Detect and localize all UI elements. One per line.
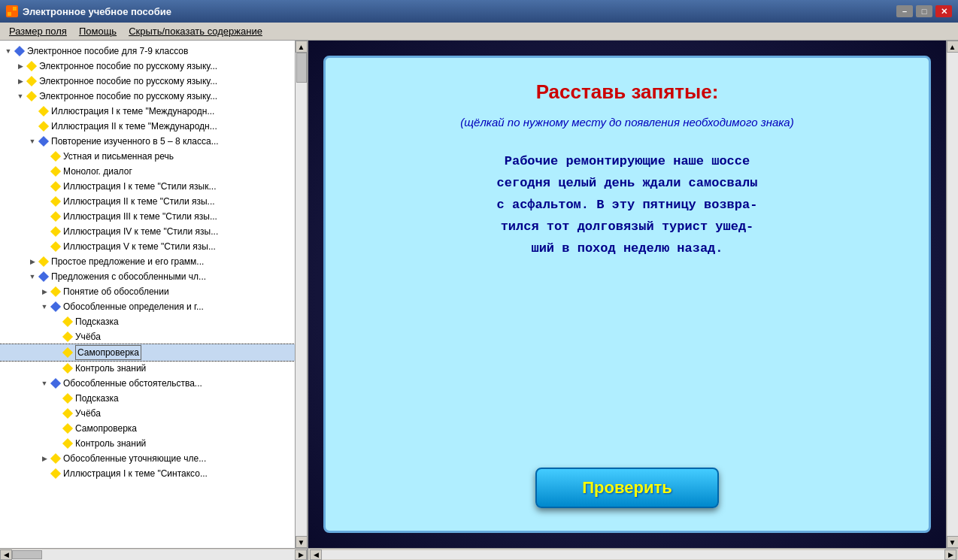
- tree-item[interactable]: Подсказка: [0, 391, 295, 406]
- expand-icon[interactable]: ▼: [39, 301, 50, 312]
- tree-item[interactable]: Иллюстрация II к теме "Стили язы...: [0, 194, 295, 209]
- exercise-text[interactable]: Рабочие ремонтирующие наше шоссесегодня …: [497, 151, 758, 445]
- tree-item[interactable]: Иллюстрация I к теме "Синтаксо...: [0, 466, 295, 481]
- expand-icon[interactable]: ▶: [39, 453, 50, 464]
- tree-item[interactable]: Учёба: [0, 329, 295, 344]
- tree-item[interactable]: ▶Простое предложение и его грамм...: [0, 254, 295, 269]
- tree-item[interactable]: ▶Электронное пособие по русскому языку..…: [0, 59, 295, 74]
- expand-icon[interactable]: [51, 423, 62, 434]
- expand-icon[interactable]: [51, 347, 62, 358]
- h-scroll-track[interactable]: [12, 549, 295, 560]
- expand-icon[interactable]: [27, 106, 38, 117]
- tree-item[interactable]: Иллюстрация V к теме "Стили язы...: [0, 239, 295, 254]
- tree-scrollbar-vertical[interactable]: ▲ ▼: [295, 41, 307, 548]
- tree-item[interactable]: ▼Предложения с обособленными чл...: [0, 269, 295, 284]
- window-controls: – □ ✕: [896, 5, 952, 17]
- app-icon: [6, 5, 18, 17]
- expand-icon[interactable]: [39, 468, 50, 479]
- node-icon: [62, 316, 74, 328]
- tree-item[interactable]: Контроль знаний: [0, 361, 295, 376]
- tree-scrollbar-horizontal[interactable]: ◀ ▶: [0, 548, 307, 560]
- tree-view[interactable]: ▼Электронное пособие для 7-9 классов▶Эле…: [0, 41, 295, 548]
- right-scroll-down[interactable]: ▼: [947, 536, 959, 548]
- expand-icon[interactable]: ▶: [15, 61, 26, 71]
- expand-icon[interactable]: [51, 363, 62, 374]
- maximize-button[interactable]: □: [916, 5, 932, 17]
- expand-icon[interactable]: ▼: [39, 378, 50, 389]
- expand-icon[interactable]: [51, 408, 62, 419]
- tree-item[interactable]: ▼Обособленные определения и г...: [0, 299, 295, 314]
- node-icon: [50, 301, 62, 313]
- expand-icon[interactable]: [39, 241, 50, 252]
- h-scroll-thumb[interactable]: [12, 550, 42, 559]
- node-icon: [50, 195, 62, 207]
- scroll-track[interactable]: [296, 53, 308, 536]
- tree-item[interactable]: Устная и письменная речь: [0, 149, 295, 164]
- tree-item[interactable]: Иллюстрация II к теме "Международн...: [0, 119, 295, 134]
- tree-node-label: Монолог. диалог: [63, 165, 132, 178]
- tree-item[interactable]: Иллюстрация III к теме "Стили язы...: [0, 209, 295, 224]
- tree-item[interactable]: Самопроверка: [0, 421, 295, 436]
- expand-icon[interactable]: ▶: [15, 76, 26, 86]
- expand-icon[interactable]: [51, 438, 62, 449]
- tree-item[interactable]: ▶Понятие об обособлении: [0, 284, 295, 299]
- tree-item[interactable]: ▼Повторение изученного в 5 – 8 класса...: [0, 134, 295, 149]
- right-scroll-up[interactable]: ▲: [947, 41, 959, 53]
- tree-item[interactable]: Иллюстрация IV к теме "Стили язы...: [0, 224, 295, 239]
- scroll-left-button[interactable]: ◀: [0, 549, 12, 560]
- minimize-button[interactable]: –: [896, 5, 913, 17]
- menu-help[interactable]: Помощь: [73, 24, 123, 38]
- check-button[interactable]: Проверить: [535, 468, 718, 508]
- expand-icon[interactable]: [51, 393, 62, 404]
- expand-icon[interactable]: [27, 121, 38, 132]
- scroll-right-button[interactable]: ▶: [295, 549, 307, 560]
- node-icon: [62, 437, 74, 450]
- expand-icon[interactable]: [39, 181, 50, 192]
- tree-item[interactable]: Монолог. диалог: [0, 164, 295, 179]
- bottom-scroll-left[interactable]: ◀: [310, 549, 322, 560]
- scroll-up-button[interactable]: ▲: [296, 41, 308, 53]
- tree-item[interactable]: ▼Электронное пособие по русскому языку..…: [0, 89, 295, 104]
- menu-field-size[interactable]: Размер поля: [3, 24, 73, 38]
- tree-item[interactable]: ▼Электронное пособие для 7-9 классов: [0, 44, 295, 59]
- expand-icon[interactable]: ▶: [39, 286, 50, 297]
- expand-icon[interactable]: ▶: [27, 256, 38, 267]
- tree-item[interactable]: ▶Электронное пособие по русскому языку..…: [0, 74, 295, 89]
- exercise-instruction: (щёлкай по нужному месту до появления не…: [460, 116, 793, 129]
- tree-item[interactable]: Иллюстрация I к теме "Стили язык...: [0, 179, 295, 194]
- scroll-thumb[interactable]: [296, 53, 307, 83]
- svg-rect-2: [8, 12, 11, 16]
- tree-node-label: Иллюстрация III к теме "Стили язы...: [63, 210, 217, 223]
- svg-rect-1: [13, 7, 17, 11]
- close-button[interactable]: ✕: [935, 5, 952, 17]
- expand-icon[interactable]: ▼: [27, 136, 38, 147]
- expand-icon[interactable]: [51, 316, 62, 327]
- bottom-scroll-right[interactable]: ▶: [944, 549, 956, 560]
- tree-item[interactable]: Подсказка: [0, 314, 295, 329]
- expand-icon[interactable]: ▼: [27, 271, 38, 282]
- expand-icon[interactable]: [39, 166, 50, 177]
- tree-item[interactable]: Самопроверка: [0, 344, 295, 361]
- menu-toggle-content[interactable]: Скрыть/показать содержание: [123, 24, 268, 38]
- tree-node-label: Повторение изученного в 5 – 8 класса...: [51, 135, 219, 148]
- bottom-track[interactable]: [322, 550, 944, 559]
- node-icon: [50, 468, 62, 480]
- tree-item[interactable]: ▶Обособленные уточняющие чле...: [0, 451, 295, 466]
- tree-item[interactable]: Контроль знаний: [0, 436, 295, 451]
- expand-icon[interactable]: [51, 331, 62, 342]
- expand-icon[interactable]: [39, 211, 50, 222]
- tree-item[interactable]: ▼Обособленные обстоятельства...: [0, 376, 295, 391]
- expand-icon[interactable]: ▼: [3, 46, 14, 56]
- tree-node-label: Самопроверка: [75, 345, 141, 360]
- bottom-scrollbar[interactable]: ◀ ▶: [308, 548, 958, 560]
- right-scroll-track[interactable]: [947, 53, 958, 536]
- tree-item[interactable]: Иллюстрация I к теме "Международн...: [0, 104, 295, 119]
- expand-icon[interactable]: [39, 196, 50, 207]
- expand-icon[interactable]: ▼: [15, 91, 26, 101]
- expand-icon[interactable]: [39, 151, 50, 162]
- right-scrollbar[interactable]: ▲ ▼: [946, 41, 958, 548]
- scroll-down-button[interactable]: ▼: [296, 536, 308, 548]
- expand-icon[interactable]: [39, 226, 50, 237]
- tree-item[interactable]: Учёба: [0, 406, 295, 421]
- node-icon: [38, 135, 50, 147]
